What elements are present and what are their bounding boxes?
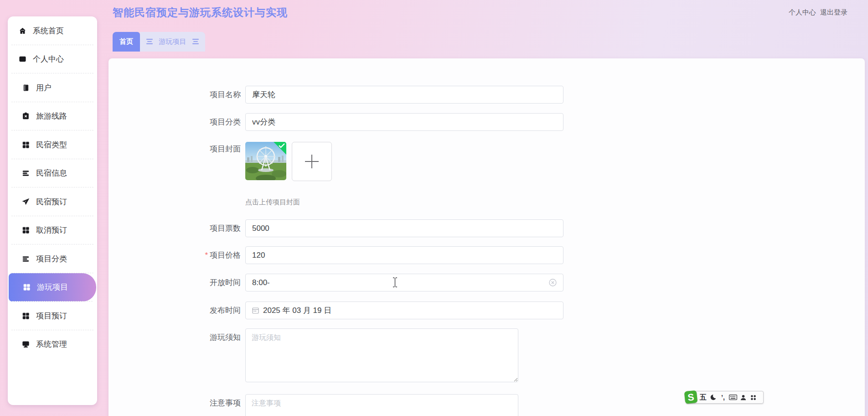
sidebar-item-label: 民宿类型 (36, 140, 67, 150)
cover-label: 项目封面 (131, 140, 241, 158)
soft-keyboard-icon[interactable] (729, 394, 737, 400)
content-card: 项目名称 项目分类 项目封面 (108, 58, 865, 416)
sidebar-item-homestay-type[interactable]: 民宿类型 (8, 130, 97, 159)
tickets-label: 项目票数 (131, 219, 241, 237)
price-input[interactable] (245, 246, 563, 264)
sidebar-item-label: 项目预订 (36, 311, 67, 321)
sidebar-item-homestay-info[interactable]: 民宿信息 (8, 159, 97, 188)
topbar-links: 个人中心 退出登录 (789, 8, 847, 17)
book-icon (21, 83, 30, 92)
sidebar-item-label: 系统管理 (36, 339, 67, 349)
calendar-icon (252, 307, 259, 314)
account-icon[interactable] (739, 394, 747, 401)
ferris-wheel-photo (245, 142, 286, 180)
publish-date-input[interactable]: 2025 年 03 月 19 日 (245, 302, 563, 319)
sidebar-item-label: 游玩项目 (37, 282, 68, 292)
tab-bar: 首页 游玩项目 (113, 32, 205, 52)
grid-icon (22, 283, 31, 291)
attention-textarea[interactable] (245, 394, 518, 416)
publish-date-value: 2025 年 03 月 19 日 (263, 305, 331, 316)
sogou-logo-icon[interactable]: S (684, 390, 698, 404)
send-icon (21, 198, 30, 206)
sidebar-item-label: 项目分类 (36, 254, 67, 264)
app-window: 智能民宿预定与游玩系统设计与实现 个人中心 退出登录 系统首页个人中心用户旅游线… (0, 0, 868, 416)
wubi-mode-label[interactable]: 五 (699, 393, 707, 402)
sidebar-item-travel-route[interactable]: 旅游线路 (8, 102, 97, 131)
sidebar-item-project-booking[interactable]: 项目预订 (8, 302, 97, 330)
tab-home-label: 首页 (119, 37, 133, 46)
tab-home[interactable]: 首页 (113, 32, 140, 52)
sidebar-item-system-home[interactable]: 系统首页 (8, 16, 97, 45)
notice-label: 游玩须知 (131, 328, 241, 346)
clipboard-icon (21, 112, 30, 120)
tab-list-icon[interactable] (192, 38, 199, 46)
punctuation-icon[interactable]: ’, (719, 394, 727, 401)
name-input[interactable] (245, 86, 563, 104)
notice-textarea[interactable] (245, 328, 518, 382)
sidebar-item-label: 民宿预订 (36, 197, 67, 207)
sidebar-item-play-project[interactable]: 游玩项目 (9, 273, 96, 302)
sidebar-item-label: 系统首页 (33, 26, 64, 36)
text-cursor (393, 277, 398, 290)
sidebar-item-label: 个人中心 (33, 54, 64, 64)
open-time-input[interactable]: 8:00- (245, 274, 563, 291)
ime-toolbar: S 五 ’, (686, 391, 764, 404)
sidebar-item-homestay-booking[interactable]: 民宿预订 (8, 187, 97, 216)
open-time-label: 开放时间 (131, 274, 241, 291)
sidebar-item-personal-center[interactable]: 个人中心 (8, 45, 97, 74)
tickets-input[interactable] (245, 219, 563, 237)
night-mode-icon[interactable] (709, 394, 717, 401)
category-input[interactable] (245, 113, 563, 131)
tab-play-project[interactable]: 游玩项目 (159, 37, 186, 46)
sidebar-item-system-management[interactable]: 系统管理 (8, 330, 97, 359)
clear-input-icon[interactable] (549, 279, 557, 286)
plus-icon (305, 155, 319, 168)
open-time-value: 8:00- (252, 278, 270, 287)
sidebar-item-user[interactable]: 用户 (8, 73, 97, 102)
sidebar: 系统首页个人中心用户旅游线路民宿类型民宿信息民宿预订取消预订项目分类游玩项目项目… (8, 16, 97, 405)
upload-cover-button[interactable] (292, 142, 332, 181)
logout-link[interactable]: 退出登录 (820, 8, 847, 17)
name-label: 项目名称 (131, 86, 241, 104)
id-card-icon (18, 55, 27, 63)
cover-thumbnail[interactable] (245, 142, 286, 180)
sidebar-item-cancel-booking[interactable]: 取消预订 (8, 216, 97, 245)
price-label: *项目价格 (131, 246, 241, 264)
list-icon (21, 169, 30, 177)
sidebar-item-label: 旅游线路 (36, 111, 67, 121)
publish-date-label: 发布时间 (131, 302, 241, 319)
category-label: 项目分类 (131, 113, 241, 131)
list-icon (21, 255, 30, 263)
monitor-icon (21, 340, 30, 348)
tab-strip: 游玩项目 (140, 32, 205, 52)
sidebar-item-label: 取消预订 (36, 225, 67, 235)
attention-label: 注意事项 (131, 394, 241, 412)
grid-icon (21, 226, 30, 234)
grid-icon (21, 140, 30, 149)
toolbox-icon[interactable] (749, 394, 757, 401)
sidebar-menu: 系统首页个人中心用户旅游线路民宿类型民宿信息民宿预订取消预订项目分类游玩项目项目… (8, 16, 97, 359)
personal-center-link[interactable]: 个人中心 (789, 8, 816, 17)
page-title: 智能民宿预定与游玩系统设计与实现 (113, 5, 288, 20)
grid-icon (21, 312, 30, 320)
sidebar-item-project-category[interactable]: 项目分类 (8, 244, 97, 273)
tab-list-icon[interactable] (146, 38, 153, 46)
sidebar-item-label: 用户 (36, 83, 52, 93)
upload-hint: 点击上传项目封面 (245, 198, 300, 207)
required-asterisk: * (205, 251, 208, 260)
home-icon (18, 26, 27, 35)
sidebar-item-label: 民宿信息 (36, 168, 67, 178)
